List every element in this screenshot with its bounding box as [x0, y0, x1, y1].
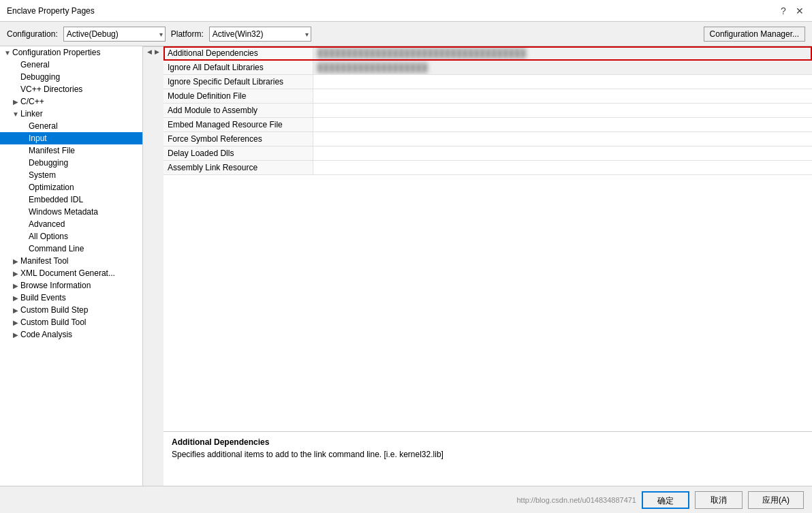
tree-item-debugging[interactable]: Debugging — [0, 71, 142, 83]
tree-item-linker-manifest[interactable]: Manifest File — [0, 144, 142, 157]
tree-item-code-analysis[interactable]: ▶Code Analysis — [0, 328, 142, 341]
description-panel: Additional Dependencies Specifies additi… — [163, 431, 812, 486]
property-name-ignore-specific-default-libraries: Ignore Specific Default Libraries — [163, 75, 313, 89]
tree-label-linker-optimization: Optimization — [29, 183, 74, 192]
tree-item-xml-document[interactable]: ▶XML Document Generat... — [0, 267, 142, 279]
property-row-embed-managed-resource-file[interactable]: Embed Managed Resource File — [163, 118, 812, 132]
property-value-force-symbol-references[interactable] — [313, 132, 812, 146]
config-manager-button[interactable]: Configuration Manager... — [704, 27, 805, 42]
tree-item-linker[interactable]: ▼Linker — [0, 108, 142, 120]
tree-label-linker-debugging: Debugging — [29, 158, 68, 168]
right-panel: Additional Dependencies█████████████████… — [163, 46, 812, 486]
cancel-button[interactable]: 取消 — [695, 491, 743, 509]
tree-item-cpp[interactable]: ▶C/C++ — [0, 95, 142, 108]
tree-item-linker-optimization[interactable]: Optimization — [0, 181, 142, 193]
tree-item-browse-information[interactable]: ▶Browse Information — [0, 279, 142, 292]
tree-label-code-analysis: Code Analysis — [20, 330, 72, 339]
tree-label-linker-general: General — [29, 121, 58, 131]
property-value-additional-dependencies[interactable]: ████████████████████████████████████ — [313, 46, 812, 60]
property-name-assembly-link-resource: Assembly Link Resource — [163, 161, 313, 174]
tree-label-browse-information: Browse Information — [20, 281, 91, 290]
tree-label-linker-input: Input — [29, 134, 47, 143]
tree-item-linker-input[interactable]: Input — [0, 132, 142, 144]
main-content: ▼Configuration PropertiesGeneralDebuggin… — [0, 46, 812, 486]
property-value-module-definition-file[interactable] — [313, 89, 812, 103]
platform-select[interactable]: Active(Win32) — [209, 27, 311, 42]
property-value-embed-managed-resource-file[interactable] — [313, 118, 812, 131]
tree-item-config-properties[interactable]: ▼Configuration Properties — [0, 46, 142, 59]
property-row-module-definition-file[interactable]: Module Definition File — [163, 89, 812, 104]
tree-label-xml-document: XML Document Generat... — [20, 268, 115, 278]
tree-expander-cpp[interactable]: ▶ — [11, 98, 20, 106]
property-name-delay-loaded-dlls: Delay Loaded Dlls — [163, 146, 313, 160]
help-button[interactable]: ? — [778, 5, 789, 16]
property-value-ignore-all-default-libraries[interactable]: ███████████████████ — [313, 61, 812, 74]
property-grid: Additional Dependencies█████████████████… — [163, 46, 812, 431]
property-row-assembly-link-resource[interactable]: Assembly Link Resource — [163, 161, 812, 175]
tree-item-linker-debugging[interactable]: Debugging — [0, 157, 142, 169]
tree-item-linker-all-options[interactable]: All Options — [0, 230, 142, 243]
config-bar: Configuration: Active(Debug) Platform: A… — [0, 22, 812, 46]
property-name-additional-dependencies: Additional Dependencies — [163, 46, 313, 60]
footer: http://blog.csdn.net/u014834887471 确定 取消… — [0, 486, 812, 513]
property-row-add-module-to-assembly[interactable]: Add Module to Assembly — [163, 104, 812, 118]
tree-label-linker-embedded-idl: Embedded IDL — [29, 195, 83, 204]
tree-expander-code-analysis[interactable]: ▶ — [11, 331, 20, 339]
left-scrollbar[interactable]: ◀▶ — [143, 46, 163, 56]
footer-extra-text: http://blog.csdn.net/u014834887471 — [516, 496, 636, 504]
property-name-ignore-all-default-libraries: Ignore All Default Libraries — [163, 61, 313, 74]
tree-expander-config-properties[interactable]: ▼ — [3, 49, 12, 57]
tree-label-cpp: C/C++ — [20, 97, 44, 106]
tree-item-linker-advanced[interactable]: Advanced — [0, 218, 142, 230]
tree-item-linker-general[interactable]: General — [0, 120, 142, 132]
tree-label-custom-build-step: Custom Build Step — [20, 305, 88, 315]
property-value-assembly-link-resource[interactable] — [313, 161, 812, 174]
config-select[interactable]: Active(Debug) — [63, 27, 166, 42]
apply-button[interactable]: 应用(A) — [748, 491, 804, 509]
scroll-right-arrow[interactable]: ▶ — [153, 48, 161, 55]
tree-label-config-properties: Configuration Properties — [12, 48, 100, 57]
tree-label-linker-all-options: All Options — [29, 232, 68, 241]
tree-expander-custom-build-tool[interactable]: ▶ — [11, 319, 20, 326]
tree-label-manifest-tool: Manifest Tool — [20, 256, 68, 266]
property-value-add-module-to-assembly[interactable] — [313, 104, 812, 117]
close-button[interactable]: ✕ — [794, 5, 805, 16]
property-row-delay-loaded-dlls[interactable]: Delay Loaded Dlls — [163, 146, 812, 161]
property-row-ignore-specific-default-libraries[interactable]: Ignore Specific Default Libraries — [163, 75, 812, 89]
property-row-additional-dependencies[interactable]: Additional Dependencies█████████████████… — [163, 46, 812, 61]
tree-expander-browse-information[interactable]: ▶ — [11, 282, 20, 290]
property-value-ignore-specific-default-libraries[interactable] — [313, 75, 812, 89]
config-select-wrapper: Active(Debug) — [63, 27, 166, 42]
property-row-ignore-all-default-libraries[interactable]: Ignore All Default Libraries████████████… — [163, 61, 812, 75]
scroll-left-arrow[interactable]: ◀ — [146, 48, 153, 55]
tree-item-vc-directories[interactable]: VC++ Directories — [0, 83, 142, 95]
tree-label-linker-advanced: Advanced — [29, 219, 65, 229]
tree-item-custom-build-tool[interactable]: ▶Custom Build Tool — [0, 316, 142, 328]
tree-label-linker-command-line: Command Line — [29, 244, 84, 253]
tree-expander-build-events[interactable]: ▶ — [11, 294, 20, 302]
tree-label-general: General — [20, 60, 50, 69]
tree-item-manifest-tool[interactable]: ▶Manifest Tool — [0, 255, 142, 267]
property-value-delay-loaded-dlls[interactable] — [313, 146, 812, 160]
tree-item-general[interactable]: General — [0, 59, 142, 71]
tree-expander-xml-document[interactable]: ▶ — [11, 270, 20, 277]
tree-expander-custom-build-step[interactable]: ▶ — [11, 307, 20, 314]
property-name-embed-managed-resource-file: Embed Managed Resource File — [163, 118, 313, 131]
tree-item-linker-command-line[interactable]: Command Line — [0, 243, 142, 255]
config-label: Configuration: — [7, 29, 58, 39]
tree-expander-linker[interactable]: ▼ — [11, 110, 20, 118]
ok-button[interactable]: 确定 — [642, 491, 689, 509]
tree-label-linker-manifest: Manifest File — [29, 146, 75, 155]
left-panel: ▼Configuration PropertiesGeneralDebuggin… — [0, 46, 143, 486]
tree-item-linker-system[interactable]: System — [0, 169, 142, 181]
tree-expander-manifest-tool[interactable]: ▶ — [11, 258, 20, 265]
platform-select-wrapper: Active(Win32) — [209, 27, 311, 42]
tree-item-linker-windows-metadata[interactable]: Windows Metadata — [0, 206, 142, 218]
property-row-force-symbol-references[interactable]: Force Symbol References — [163, 132, 812, 146]
tree-label-linker-system: System — [29, 170, 56, 180]
tree-label-custom-build-tool: Custom Build Tool — [20, 317, 87, 327]
tree-item-linker-embedded-idl[interactable]: Embedded IDL — [0, 193, 142, 206]
tree-item-build-events[interactable]: ▶Build Events — [0, 292, 142, 304]
description-title: Additional Dependencies — [172, 437, 804, 447]
tree-item-custom-build-step[interactable]: ▶Custom Build Step — [0, 304, 142, 316]
